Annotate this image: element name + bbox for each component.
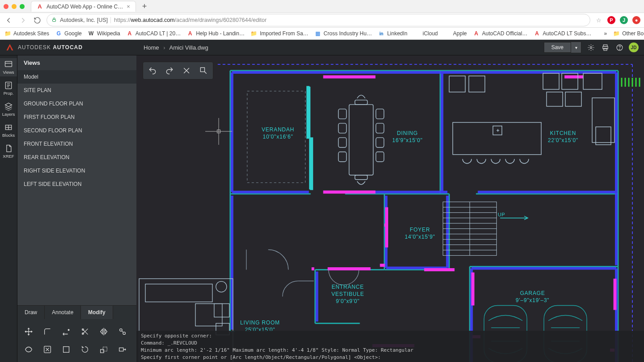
close-window-icon[interactable] — [4, 4, 8, 9]
app-header: AUTODESK AUTOCAD Home › Amici Villa.dwg … — [0, 40, 644, 55]
address-bar: Autodesk, Inc. [US] https://web.autocad.… — [0, 13, 644, 28]
bookmark-folder-imported[interactable]: 📁Imported From Sa… — [251, 30, 309, 37]
label-dining: DINING16'9"x15'0" — [392, 130, 423, 144]
redo-button[interactable] — [162, 64, 177, 77]
rail-views[interactable]: Views — [0, 58, 17, 76]
view-item-right-elev[interactable]: RIGHT SIDE ELEVATION — [17, 164, 136, 177]
nav-reload-button[interactable] — [32, 15, 42, 25]
bookmark-icloud[interactable]: iCloud — [414, 30, 438, 37]
bookmarks-overflow[interactable]: » — [604, 30, 607, 37]
view-item-left-elev[interactable]: LEFT SIDE ELEVATION — [17, 177, 136, 191]
properties-icon — [4, 81, 13, 90]
profile-avatar-icon[interactable]: J — [620, 16, 628, 24]
bookmark-autocad-lt[interactable]: AAutoCAD LT | 20… — [127, 30, 181, 37]
tool-array[interactable] — [19, 341, 38, 358]
breadcrumb: Home › Amici Villa.dwg — [144, 44, 208, 51]
svg-rect-32 — [376, 123, 384, 133]
tool-mirror[interactable] — [94, 323, 113, 341]
autocad-logo-icon — [5, 43, 14, 52]
lock-icon — [51, 17, 57, 24]
help-button[interactable] — [614, 42, 624, 52]
print-button[interactable] — [600, 42, 610, 52]
tool-erase[interactable] — [38, 341, 57, 358]
view-item-front-elev[interactable]: FRONT ELEVATION — [17, 137, 136, 151]
tab-close-icon[interactable]: × — [127, 4, 130, 9]
tool-scale[interactable] — [94, 341, 113, 358]
svg-rect-20 — [200, 67, 204, 72]
tab-draw[interactable]: Draw — [17, 306, 45, 319]
svg-rect-25 — [355, 100, 368, 105]
window-controls — [4, 4, 25, 9]
label-vestibule: ENTRANCEVESTIBULE9'0"x9'0" — [331, 283, 364, 305]
rail-blocks[interactable]: Blocks — [0, 121, 17, 139]
bookmark-autocad-official[interactable]: AAutoCAD Official… — [473, 30, 528, 37]
tool-offset[interactable] — [57, 323, 76, 341]
bookmark-wikipedia[interactable]: WWikipedia — [88, 30, 120, 37]
save-dropdown-button[interactable]: ▾ — [571, 42, 581, 53]
other-bookmarks-folder[interactable]: 📁Other Bookmarks — [613, 30, 644, 37]
view-item-ground-floor[interactable]: GROUND FLOOR PLAN — [17, 97, 136, 110]
tool-explode[interactable] — [57, 341, 76, 358]
layers-icon — [4, 102, 13, 111]
save-button[interactable]: Save — [544, 42, 571, 53]
svg-rect-37 — [449, 76, 465, 92]
new-tab-button[interactable]: + — [140, 2, 150, 10]
user-avatar[interactable]: JD — [629, 42, 639, 52]
svg-rect-35 — [453, 122, 541, 155]
tool-trim[interactable] — [76, 323, 94, 341]
svg-rect-38 — [469, 76, 485, 92]
undo-button[interactable] — [145, 64, 160, 77]
bookmark-apple[interactable]: Apple — [444, 30, 467, 37]
tool-rotate[interactable] — [76, 341, 94, 358]
tab-annotate[interactable]: Annotate — [45, 306, 81, 319]
svg-point-1 — [590, 46, 592, 48]
cmd-line-3: Minimum arc length: 2'-2 1/16" Maximum a… — [141, 347, 640, 354]
settings-button[interactable] — [586, 42, 596, 52]
svg-rect-30 — [339, 152, 347, 162]
bookmark-star-icon[interactable]: ☆ — [595, 16, 603, 24]
view-item-rear-elev[interactable]: REAR ELEVATION — [17, 151, 136, 164]
cmd-line-2: Command: _.REVCLOUD — [141, 340, 640, 347]
svg-rect-4 — [603, 48, 606, 50]
bookmark-help-hub[interactable]: AHelp Hub - Landin… — [187, 30, 245, 37]
bookmark-cross-industry[interactable]: ▦Cross Industry Hu… — [315, 30, 372, 37]
zoom-window-button[interactable] — [196, 64, 211, 77]
tool-copy[interactable] — [113, 323, 132, 341]
views-icon — [4, 60, 13, 69]
url-input[interactable]: Autodesk, Inc. [US] https://web.autocad.… — [47, 14, 590, 26]
url-cert-label: Autodesk, Inc. [US] — [60, 17, 111, 23]
tool-move[interactable] — [19, 323, 38, 341]
command-line[interactable]: Specify opposite corner: Command: _.REVC… — [136, 331, 644, 362]
tool-stretch[interactable] — [113, 341, 132, 358]
tool-fillet[interactable] — [38, 323, 57, 341]
bookmark-linkedin[interactable]: inLinkedIn — [378, 30, 407, 37]
app-logo-text: AUTODESK AUTOCAD — [18, 44, 83, 51]
ext-icon[interactable]: ● — [632, 16, 640, 24]
nav-forward-button[interactable] — [18, 15, 28, 25]
rail-layers[interactable]: Layers — [0, 100, 17, 118]
svg-rect-22 — [307, 87, 309, 138]
svg-rect-42 — [547, 92, 563, 106]
bookmark-google[interactable]: GGoogle — [55, 30, 82, 37]
rail-xref[interactable]: XREF — [0, 142, 17, 160]
breadcrumb-home[interactable]: Home — [144, 44, 159, 51]
bookmark-autocad-lt-subs[interactable]: AAutoCAD LT Subs… — [534, 30, 592, 37]
cancel-selection-button[interactable] — [179, 64, 194, 77]
tab-modify[interactable]: Modify — [81, 306, 113, 319]
svg-rect-53 — [214, 304, 229, 317]
nav-back-button[interactable] — [4, 15, 13, 25]
tab-favicon-icon: A — [37, 4, 43, 10]
minimize-window-icon[interactable] — [12, 4, 17, 9]
bookmark-folder-autodesk-sites[interactable]: 📁Autodesk Sites — [4, 30, 49, 37]
svg-rect-34 — [376, 152, 384, 162]
view-item-second-floor[interactable]: SECOND FLOOR PLAN — [17, 124, 136, 137]
pinterest-ext-icon[interactable]: P — [607, 16, 615, 24]
view-item-first-floor[interactable]: FIRST FLOOR PLAN — [17, 110, 136, 124]
drawing-canvas[interactable]: VERANDAH10'0"x16'6" DINING16'9"x15'0" KI… — [136, 55, 644, 362]
label-foyer: FOYER14'0"x15'9" — [405, 226, 435, 240]
view-item-site-plan[interactable]: SITE PLAN — [17, 84, 136, 97]
rail-properties[interactable]: Prop. — [0, 79, 17, 97]
browser-tab[interactable]: A AutoCAD Web App - Online C… × — [31, 1, 136, 12]
view-item-model[interactable]: Model — [17, 70, 136, 84]
zoom-window-icon[interactable] — [20, 4, 25, 9]
